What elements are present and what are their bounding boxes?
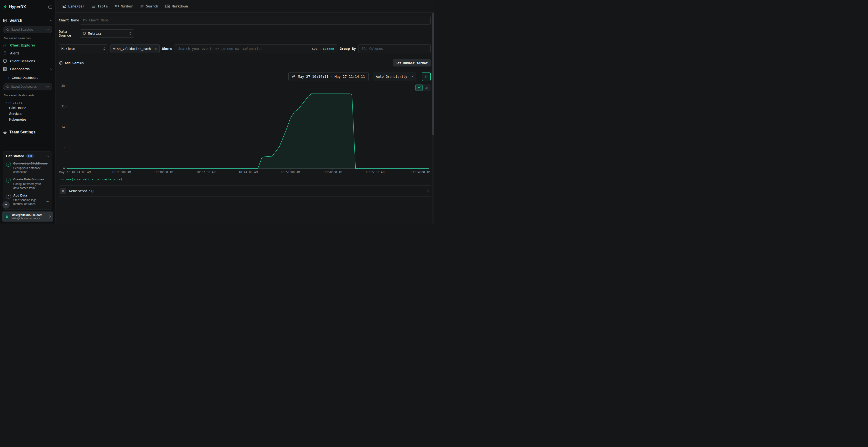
generated-sql-section[interactable]: Generated SQL <box>59 185 431 197</box>
tab-search[interactable]: Search <box>136 0 162 12</box>
tab-line-bar[interactable]: Line/Bar <box>59 0 88 12</box>
close-icon[interactable]: × <box>155 47 157 50</box>
data-source-select[interactable]: Metrics <box>80 29 134 38</box>
select-chevrons-icon <box>129 32 131 35</box>
database-icon <box>83 32 86 35</box>
tab-markdown[interactable]: Markdown <box>162 0 191 12</box>
search-icon <box>6 85 9 89</box>
svg-text:28: 28 <box>61 84 65 88</box>
svg-text:10:58:00 AM: 10:58:00 AM <box>323 171 342 174</box>
scrollbar[interactable] <box>432 12 434 224</box>
where-input-wrap: SQL | Lucene <box>175 44 337 53</box>
svg-text:10:44:00 AM: 10:44:00 AM <box>239 171 257 174</box>
tab-label: Number <box>121 4 133 8</box>
bell-icon <box>3 51 8 55</box>
query-language-toggle: SQL | Lucene <box>312 47 334 50</box>
team-settings-label: Team Settings <box>9 130 35 134</box>
chart-editor: Chart Name Data Source Metrics Maxim <box>56 12 434 224</box>
chart-name-input[interactable] <box>80 16 431 25</box>
sidebar-item-client-sessions[interactable]: Client Sessions <box>3 57 52 65</box>
saved-dashboards-input[interactable]: Saved Dashboards ⌘K <box>3 83 52 90</box>
svg-text:11:14:00 AM: 11:14:00 AM <box>411 171 430 174</box>
step-desc: Configure where your data comes from <box>13 182 49 190</box>
add-series-button[interactable]: Add Series <box>59 61 84 65</box>
metric-chip[interactable]: visa_validation_cach × <box>111 44 160 53</box>
preset-services[interactable]: Services <box>3 111 52 116</box>
chart-display-toggle <box>415 84 431 91</box>
svg-text:0: 0 <box>63 167 65 170</box>
sidebar-item-team-settings[interactable]: Team Settings <box>3 129 52 136</box>
user-menu[interactable]: D dale@clickhouse.com dale@clickhouse.co… <box>2 211 53 221</box>
tab-label: Markdown <box>172 4 188 8</box>
data-source-label: Data Source <box>59 30 80 37</box>
arrow-right-icon[interactable]: → <box>46 199 49 203</box>
scrollbar-thumb[interactable] <box>432 13 434 135</box>
saved-searches-input[interactable]: Saved Searches ⌘K <box>3 26 52 33</box>
step-connect-clickhouse[interactable]: ✓ Connect to ClickHouse Set up your data… <box>6 161 49 174</box>
dashboard-grid-icon <box>3 67 8 71</box>
line-chart-toggle[interactable] <box>415 84 423 91</box>
help-button[interactable]: ? <box>2 201 10 209</box>
tab-label: Line/Bar <box>68 4 84 8</box>
nav-label: Client Sessions <box>10 59 35 63</box>
date-range-picker[interactable]: May 27 10:14:11 - May 27 11:14:11 <box>288 72 369 81</box>
gear-icon <box>3 130 7 134</box>
step-desc: Start sending logs, metrics, or traces <box>13 198 49 206</box>
step-add-data[interactable]: 3 Add Data Start sending logs, metrics, … <box>6 193 49 206</box>
get-started-header[interactable]: Get Started 2/3 <box>6 154 49 158</box>
markdown-icon <box>165 5 170 8</box>
lucene-toggle[interactable]: Lucene <box>323 47 334 50</box>
where-input[interactable] <box>178 46 310 51</box>
set-number-format-button[interactable]: Set number format <box>393 59 431 66</box>
chart-legend[interactable]: max(visa_validation_cache.size) <box>59 176 431 182</box>
list-lines-icon <box>140 4 144 8</box>
sidebar-section-search[interactable]: Search <box>3 17 52 24</box>
chevron-down-icon <box>426 189 430 193</box>
step-create-data-sources[interactable]: ✓ Create Data Sources Configure where yo… <box>6 177 49 190</box>
step-title: Create Data Sources <box>13 177 44 181</box>
sidebar-item-dashboards[interactable]: Dashboards <box>3 65 52 73</box>
preset-kubernetes[interactable]: Kubernetes <box>3 116 52 122</box>
where-label: Where <box>162 47 172 50</box>
shortcut-badge: ⌘K <box>46 85 49 89</box>
svg-text:May 27 10:14:00 AM: May 27 10:14:00 AM <box>59 171 91 174</box>
collapse-sidebar-icon[interactable] <box>48 5 52 9</box>
tab-table[interactable]: Table <box>88 0 111 12</box>
tab-number[interactable]: 123 Number <box>112 0 137 12</box>
presets-header[interactable]: PRESETS <box>4 101 52 104</box>
bar-chart-toggle[interactable] <box>423 84 430 91</box>
get-started-title: Get Started <box>6 154 24 158</box>
sql-toggle[interactable]: SQL <box>312 47 317 50</box>
aggregation-select[interactable]: Maximum <box>59 44 108 53</box>
no-saved-searches-text: No saved searches <box>4 36 52 40</box>
run-query-button[interactable] <box>422 72 431 81</box>
chevron-up-icon <box>49 67 52 71</box>
table-icon <box>92 4 95 8</box>
plus-circle-icon <box>59 61 63 65</box>
line-chart-icon <box>62 4 66 8</box>
svg-text:10:37:00 AM: 10:37:00 AM <box>196 171 215 174</box>
app-root: HyperDX Search Saved Searches ⌘K No save… <box>0 0 434 224</box>
search-section-icon <box>3 19 7 23</box>
plus-icon: + <box>8 76 10 80</box>
select-chevrons-icon <box>103 47 105 50</box>
toggle-divider: | <box>319 47 321 50</box>
app-logo: HyperDX <box>3 2 52 11</box>
create-dashboard-button[interactable]: + Create Dashboard <box>3 74 52 81</box>
code-icon <box>60 188 66 194</box>
nav-label: Chart Explorer <box>10 43 35 47</box>
svg-text:10:23:00 AM: 10:23:00 AM <box>112 171 131 174</box>
granularity-select[interactable]: Auto Granularity <box>373 72 416 81</box>
main-panel: Line/Bar Table 123 Number Search <box>56 0 434 224</box>
sidebar-item-alerts[interactable]: Alerts <box>3 49 52 57</box>
sidebar-item-chart-explorer[interactable]: Chart Explorer <box>3 41 52 49</box>
preset-clickhouse[interactable]: ClickHouse <box>3 105 52 111</box>
line-chart-icon <box>3 43 8 47</box>
line-chart: 07142128May 27 10:14:00 AM10:23:00 AM10:… <box>59 82 431 176</box>
group-by-input[interactable] <box>358 44 431 53</box>
chevron-right-icon <box>49 215 51 218</box>
granularity-value: Auto Granularity <box>376 75 407 78</box>
chevron-up-icon <box>46 154 49 158</box>
play-icon <box>424 75 428 78</box>
monitor-icon <box>3 59 8 63</box>
